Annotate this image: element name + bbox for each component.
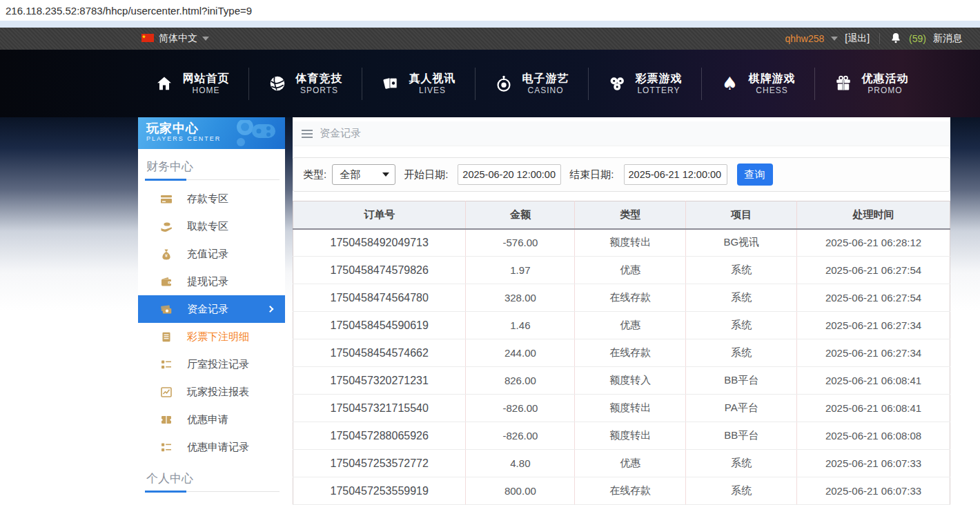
table-cell: 在线存款 bbox=[575, 339, 686, 367]
column-header: 处理时间 bbox=[797, 201, 950, 229]
language-selector[interactable]: 简体中文 bbox=[141, 32, 209, 45]
start-date-input[interactable] bbox=[458, 164, 561, 185]
bell-icon[interactable] bbox=[890, 32, 902, 46]
hamburger-icon[interactable] bbox=[302, 133, 313, 135]
list-icon bbox=[160, 442, 173, 453]
sidebar-item-label: 资金记录 bbox=[187, 303, 228, 316]
money-bag-icon: ¥ bbox=[160, 248, 173, 260]
sidebar-item-withdraw-record[interactable]: 提现记录 bbox=[138, 268, 285, 295]
table-cell: 4.80 bbox=[466, 450, 575, 477]
nav-item-chess[interactable]: ♠棋牌游戏CHESS bbox=[702, 68, 815, 100]
table-row: 1750458474564780328.00在线存款系统2025-06-21 0… bbox=[293, 284, 950, 312]
nav-item-label: 电子游艺CASINO bbox=[522, 72, 569, 96]
sidebar-item-funds-record[interactable]: 资金记录 bbox=[138, 295, 285, 323]
table-cell: 1.46 bbox=[466, 312, 575, 339]
top-account-bar: 简体中文 qhhw258 [退出] (59) 新消息 bbox=[0, 28, 980, 50]
sidebar-item-withdraw-zone[interactable]: 取款专区 bbox=[138, 212, 285, 240]
end-date-label: 结束日期: bbox=[569, 168, 614, 181]
table-cell: PA平台 bbox=[686, 395, 797, 422]
table-cell: 328.00 bbox=[466, 284, 575, 312]
username-menu[interactable]: qhhw258 bbox=[785, 33, 824, 44]
language-label: 简体中文 bbox=[159, 32, 197, 45]
table-cell: 2025-06-21 06:27:34 bbox=[797, 339, 950, 367]
sidebar-section-label: 财务中心 bbox=[138, 149, 285, 179]
sidebar-item-promo-apply-record[interactable]: 优惠申请记录 bbox=[138, 433, 285, 461]
table-cell: -826.00 bbox=[466, 395, 575, 422]
section-divider bbox=[145, 491, 280, 493]
divider bbox=[879, 33, 880, 44]
table-cell: 1750457253559919 bbox=[293, 477, 466, 505]
money-record-icon bbox=[160, 304, 173, 315]
column-header: 类型 bbox=[575, 201, 686, 229]
sidebar-item-label: 彩票下注明细 bbox=[187, 330, 249, 344]
table-cell: 在线存款 bbox=[575, 284, 686, 312]
table-cell: 2025-06-21 06:08:08 bbox=[797, 422, 950, 450]
list-icon bbox=[160, 359, 173, 370]
table-cell: BG视讯 bbox=[686, 229, 797, 257]
column-header: 项目 bbox=[686, 201, 797, 229]
column-header: 订单号 bbox=[293, 201, 466, 229]
sports-ball-icon bbox=[268, 74, 287, 93]
section-divider bbox=[145, 179, 280, 181]
sidebar-item-personal-partial[interactable] bbox=[138, 497, 285, 505]
roulette-icon bbox=[494, 74, 513, 93]
nav-item-casino[interactable]: 电子游艺CASINO bbox=[476, 68, 589, 100]
browser-edge-strip bbox=[0, 21, 980, 28]
column-header: 金额 bbox=[466, 201, 575, 229]
nav-item-lives[interactable]: 真人视讯LIVES bbox=[362, 68, 476, 100]
table-cell: 1.97 bbox=[466, 257, 575, 284]
logout-link[interactable]: [退出] bbox=[845, 32, 870, 45]
table-cell: 额度转入 bbox=[575, 367, 686, 395]
table-cell: 系统 bbox=[686, 257, 797, 284]
chevron-down-icon bbox=[382, 172, 389, 177]
type-select[interactable]: 全部 bbox=[332, 164, 395, 185]
sidebar-item-promo-apply[interactable]: 优惠申请 bbox=[138, 406, 285, 433]
nav-item-lottery[interactable]: 彩票游戏LOTTERY bbox=[589, 68, 702, 100]
table-cell: 系统 bbox=[686, 339, 797, 367]
table-cell: 2025-06-21 06:27:34 bbox=[797, 312, 950, 339]
sidebar-item-recharge-record[interactable]: ¥充值记录 bbox=[138, 240, 285, 268]
sidebar-item-label: 提现记录 bbox=[187, 275, 228, 288]
nav-item-home[interactable]: 网站首页HOME bbox=[136, 68, 249, 100]
hand-money-icon bbox=[160, 221, 173, 232]
main-nav: 网站首页HOME体育竞技SPORTS真人视讯LIVES电子游艺CASINO彩票游… bbox=[0, 50, 980, 117]
nav-item-label: 体育竞技SPORTS bbox=[296, 72, 343, 96]
gamepad-icon bbox=[226, 120, 280, 149]
sidebar-item-deposit-zone[interactable]: 存款专区 bbox=[138, 185, 285, 212]
nav-item-label: 网站首页HOME bbox=[183, 72, 230, 96]
type-filter-label: 类型: bbox=[303, 168, 326, 181]
table-row: 1750457253559919800.00在线存款系统2025-06-21 0… bbox=[293, 477, 950, 505]
nav-item-label: 真人视讯LIVES bbox=[409, 72, 456, 96]
chevron-down-icon[interactable] bbox=[831, 37, 838, 41]
message-count[interactable]: (59) bbox=[909, 33, 926, 44]
table-row: 17504572535727724.80优惠系统2025-06-21 06:07… bbox=[293, 450, 950, 477]
table-cell: 1750458454590619 bbox=[293, 312, 466, 339]
nav-item-label: 优惠活动PROMO bbox=[862, 72, 909, 96]
table-cell: 2025-06-21 06:07:33 bbox=[797, 450, 950, 477]
table-cell: 额度转出 bbox=[575, 229, 686, 257]
table-cell: 2025-06-21 06:08:41 bbox=[797, 395, 950, 422]
browser-url-bar[interactable]: 216.118.235.52:8783/hhcp/usercenter.html… bbox=[0, 0, 980, 21]
wallet-icon bbox=[160, 276, 173, 288]
table-cell: BB平台 bbox=[686, 367, 797, 395]
table-cell: 在线存款 bbox=[575, 477, 686, 505]
table-cell: 1750457320271231 bbox=[293, 367, 466, 395]
sidebar-item-label: 优惠申请 bbox=[187, 413, 228, 426]
table-cell: 1750457253572772 bbox=[293, 450, 466, 477]
end-date-input[interactable] bbox=[624, 164, 727, 185]
sidebar-item-lottery-bet-detail[interactable]: 彩票下注明细 bbox=[138, 323, 285, 350]
home-icon bbox=[155, 74, 174, 93]
sidebar-item-hall-bet-record[interactable]: 厅室投注记录 bbox=[138, 350, 285, 378]
nav-item-label: 棋牌游戏CHESS bbox=[749, 72, 796, 96]
message-label[interactable]: 新消息 bbox=[933, 32, 962, 45]
table-row: 1750458454574662244.00在线存款系统2025-06-21 0… bbox=[293, 339, 950, 367]
sidebar-item-player-bet-report[interactable]: 玩家投注报表 bbox=[138, 378, 285, 406]
nav-item-promo[interactable]: 优惠活动PROMO bbox=[815, 68, 928, 100]
filter-bar: 类型: 全部 开始日期: 结束日期: 查询 bbox=[293, 157, 950, 192]
table-cell: 优惠 bbox=[575, 312, 686, 339]
table-cell: 系统 bbox=[686, 312, 797, 339]
nav-item-sports[interactable]: 体育竞技SPORTS bbox=[249, 68, 362, 100]
table-cell: 额度转出 bbox=[575, 422, 686, 450]
search-button[interactable]: 查询 bbox=[737, 164, 773, 186]
page-background: 玩家中心 PLAYERS CENTER 财务中心存款专区取款专区¥充值记录提现记… bbox=[0, 117, 980, 505]
